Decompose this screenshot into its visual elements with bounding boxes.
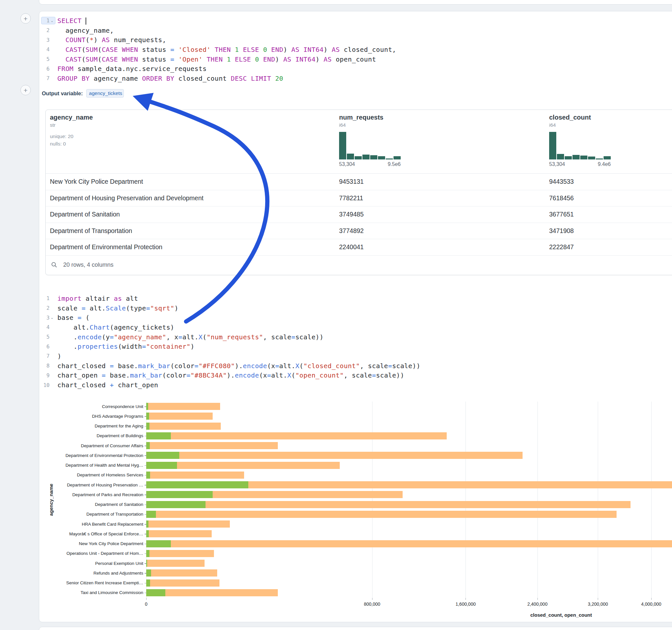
fold-chevron-icon[interactable]: ⌄ xyxy=(50,316,54,319)
table-footer: 20 rows, 4 columns xyxy=(46,255,114,275)
line-gutter: 8 xyxy=(41,362,55,369)
sql-editor[interactable]: 1⌄SELECT 2 agency_name,3 COUNT(*) AS num… xyxy=(39,16,396,83)
table-cell: 3677651 xyxy=(549,207,574,223)
table-row[interactable]: Department of Housing Preservation and D… xyxy=(46,190,672,207)
code-line[interactable]: 3 COUNT(*) AS num_requests, xyxy=(39,35,396,45)
code-line[interactable]: 6 .properties(width="container") xyxy=(39,342,421,351)
histogram-bar xyxy=(339,132,346,160)
code-line[interactable]: 5 CAST(SUM(CASE WHEN status = 'Open' THE… xyxy=(39,54,396,64)
y-axis-label: Department of Buildings xyxy=(39,431,146,441)
add-cell-button[interactable]: + xyxy=(20,13,31,24)
y-axis-label: Department for the Aging xyxy=(39,421,146,431)
y-axis-label: Department of Transportation xyxy=(39,509,146,519)
bar-closed-count xyxy=(146,570,217,577)
code-line[interactable]: 6FROM sample_data.nyc.service_requests xyxy=(39,64,396,74)
output-variable-chip[interactable]: agency_tickets xyxy=(86,89,124,98)
column-header[interactable]: closed_counti6453,3049.4e6 xyxy=(549,114,611,167)
column-header[interactable]: num_requestsi6453,3049.5e6 xyxy=(339,114,401,167)
bar-open-count xyxy=(146,491,213,498)
line-number: 1 xyxy=(46,295,50,301)
chart-plot-area xyxy=(146,402,672,598)
histogram-bar xyxy=(565,156,572,160)
line-gutter: 5 xyxy=(41,333,55,341)
code-line[interactable]: 3⌄base = ( xyxy=(39,313,421,322)
histogram-bar xyxy=(393,156,401,160)
code-text: GROUP BY agency_name ORDER BY closed_cou… xyxy=(57,75,283,82)
code-line[interactable]: 7) xyxy=(39,351,421,361)
line-number: 6 xyxy=(46,66,50,72)
output-variable-row: Output variable: agency_tickets xyxy=(42,89,124,98)
table-cell: 9443533 xyxy=(549,174,574,190)
bar-open-count xyxy=(146,511,156,518)
column-name: num_requests xyxy=(339,114,401,121)
code-text: CAST(SUM(CASE WHEN status = 'Closed' THE… xyxy=(57,46,396,53)
code-line[interactable]: 2scale = alt.Scale(type="sqrt") xyxy=(39,303,421,313)
code-line[interactable]: 7GROUP BY agency_name ORDER BY closed_co… xyxy=(39,74,396,83)
bar-closed-count xyxy=(146,589,278,596)
bar-open-count xyxy=(146,579,150,587)
y-axis-label: Department of Health and Mental Hyg… xyxy=(39,461,146,470)
histogram-range: 53,3049.5e6 xyxy=(339,162,401,167)
table-cell: New York City Police Department xyxy=(50,174,143,190)
bar-open-count xyxy=(146,520,148,528)
column-meta: unique: 20 xyxy=(50,134,93,139)
line-gutter: 3 xyxy=(41,36,55,44)
search-icon[interactable] xyxy=(51,262,57,268)
line-number: 5 xyxy=(46,56,50,62)
code-line[interactable]: 5 .encode(y="agency_name", x=alt.X("num_… xyxy=(39,332,421,342)
line-gutter: 1⌄ xyxy=(41,17,55,24)
gridline xyxy=(598,402,598,598)
code-line[interactable]: 2 agency_name, xyxy=(39,26,396,35)
histogram-bar xyxy=(355,156,362,160)
code-line[interactable]: 10chart_closed + chart_open xyxy=(39,380,421,390)
column-header[interactable]: agency_namestrunique: 20nulls: 0 xyxy=(50,114,93,147)
column-histogram xyxy=(339,132,401,160)
y-axis-label: Department of Housing Preservation … xyxy=(39,480,146,490)
bar-open-count xyxy=(146,570,151,577)
bar-closed-count xyxy=(146,530,212,537)
notebook-page: + + 1⌄SELECT 2 agency_name,3 COUNT(*) AS… xyxy=(0,0,672,630)
bar-closed-count xyxy=(146,560,205,567)
bar-closed-count xyxy=(146,442,278,449)
table-cell: Department of Sanitation xyxy=(50,207,120,223)
line-number: 3 xyxy=(46,315,50,321)
bar-open-count xyxy=(146,471,150,479)
table-row[interactable]: New York City Police Department945313194… xyxy=(46,174,672,190)
altair-chart: agency_name Correspondence UnitDHS Advan… xyxy=(39,402,672,622)
output-variable-label: Output variable: xyxy=(42,91,83,97)
gridline xyxy=(537,402,538,598)
python-editor[interactable]: 1import altair as alt2scale = alt.Scale(… xyxy=(39,294,421,390)
column-meta: nulls: 0 xyxy=(50,141,93,147)
code-line[interactable]: 1import altair as alt xyxy=(39,294,421,303)
code-line[interactable]: 1⌄SELECT xyxy=(39,16,396,26)
fold-chevron-icon[interactable]: ⌄ xyxy=(50,19,54,23)
y-axis-label: Refunds and Adjustments xyxy=(39,568,146,578)
code-line[interactable]: 4 CAST(SUM(CASE WHEN status = 'Closed' T… xyxy=(39,45,396,54)
x-axis-tick-label: 2,400,000 xyxy=(527,602,548,607)
table-row[interactable]: Department of Environmental Protection22… xyxy=(46,239,672,256)
column-name: agency_name xyxy=(50,114,93,121)
code-line[interactable]: 4 alt.Chart(agency_tickets) xyxy=(39,322,421,332)
gridline xyxy=(465,402,466,598)
histogram-bar xyxy=(573,155,580,160)
table-row[interactable]: Department of Transportation377489234719… xyxy=(46,223,672,240)
table-cell: 3749485 xyxy=(339,207,364,223)
plus-icon: + xyxy=(24,87,28,94)
table-cell: 2240041 xyxy=(339,239,364,256)
bar-closed-count xyxy=(146,452,523,459)
code-line[interactable]: 8chart_closed = base.mark_bar(color="#FF… xyxy=(39,361,421,371)
y-axis-label: Department of Environmental Protection xyxy=(39,451,146,460)
x-axis-tick xyxy=(651,598,652,600)
line-number: 9 xyxy=(46,372,50,379)
table-row-count: 20 rows, 4 columns xyxy=(63,262,114,268)
x-axis-title: closed_count, open_count xyxy=(146,612,672,618)
code-line[interactable]: 9chart_open = base.mark_bar(color="#8BC3… xyxy=(39,371,421,381)
code-text: chart_closed = base.mark_bar(color="#FFC… xyxy=(57,362,421,370)
bar-open-count xyxy=(146,413,149,420)
code-text: chart_closed + chart_open xyxy=(57,381,158,389)
plus-icon: + xyxy=(24,15,28,22)
bar-open-count xyxy=(146,540,171,547)
add-cell-button[interactable]: + xyxy=(20,85,31,95)
x-axis-tick-label: 0 xyxy=(145,602,147,607)
table-row[interactable]: Department of Sanitation37494853677651 xyxy=(46,207,672,223)
